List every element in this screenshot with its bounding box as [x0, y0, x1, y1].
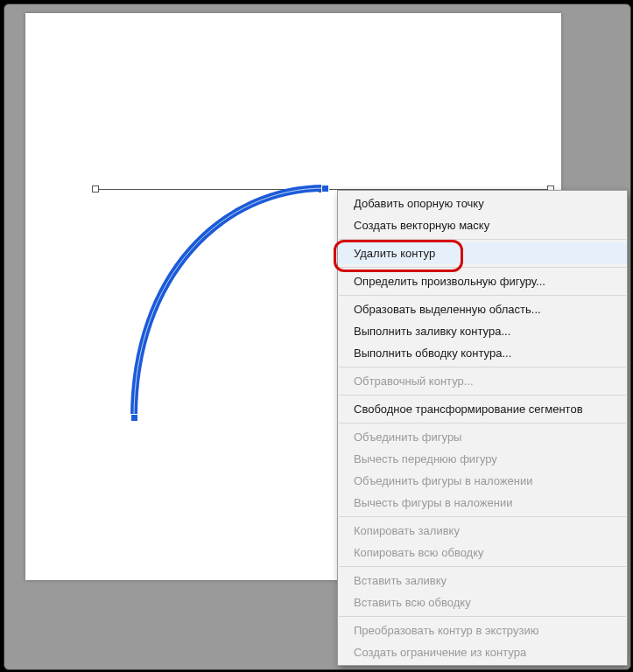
menu-separator [339, 616, 626, 617]
menu-separator [339, 566, 626, 567]
path-context-menu: Добавить опорную точкуСоздать векторную … [337, 190, 628, 666]
menu-separator [339, 295, 626, 296]
menu-item-add-anchor[interactable]: Добавить опорную точку [338, 192, 627, 214]
menu-separator [339, 516, 626, 517]
menu-item-delete-path[interactable]: Удалить контур [338, 242, 627, 264]
menu-item-make-constraint-from-path: Создать ограничение из контура [338, 641, 627, 663]
menu-item-unite-shapes: Объединить фигуры [338, 426, 627, 448]
anchor-point-end[interactable] [321, 185, 329, 192]
menu-item-clipping-path: Обтравочный контур... [338, 370, 627, 392]
menu-separator [339, 423, 626, 424]
anchor-point-start[interactable] [130, 414, 138, 422]
menu-item-unite-overlap: Объединить фигуры в наложении [338, 470, 627, 492]
menu-item-fill-path[interactable]: Выполнить заливку контура... [338, 320, 627, 342]
menu-item-subtract-overlap: Вычесть фигуры в наложении [338, 492, 627, 514]
menu-item-convert-to-extrusion: Преобразовать контур в экструзию [338, 620, 627, 641]
menu-item-copy-all-stroke: Копировать всю обводку [338, 542, 627, 564]
menu-separator [339, 367, 626, 368]
menu-item-free-transform-points[interactable]: Свободное трансформирование сегментов [338, 398, 627, 420]
menu-separator [339, 395, 626, 396]
menu-item-copy-fill: Копировать заливку [338, 520, 627, 542]
menu-item-stroke-path[interactable]: Выполнить обводку контура... [338, 342, 627, 364]
menu-separator [339, 239, 626, 240]
menu-item-make-selection[interactable]: Образовать выделенную область... [338, 298, 627, 320]
menu-item-define-custom-shape[interactable]: Определить произвольную фигуру... [338, 270, 627, 292]
menu-item-subtract-front-shape: Вычесть переднюю фигуру [338, 448, 627, 470]
app-frame: Добавить опорную точкуСоздать векторную … [4, 4, 631, 670]
menu-item-paste-fill: Вставить заливку [338, 570, 627, 592]
menu-separator [339, 267, 626, 268]
menu-item-paste-all-stroke: Вставить всю обводку [338, 592, 627, 613]
menu-item-make-vector-mask[interactable]: Создать векторную маску [338, 214, 627, 236]
